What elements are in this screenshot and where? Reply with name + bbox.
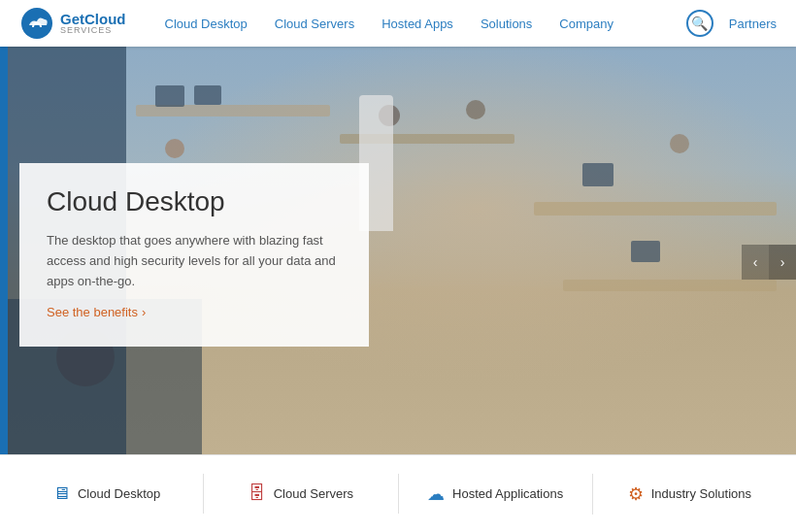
logo-sub-text: SERVICES: [60, 26, 126, 35]
bottom-label-hosted-apps: Hosted Applications: [452, 486, 563, 501]
bottom-item-cloud-servers[interactable]: 🗄 Cloud Servers: [204, 474, 398, 514]
hero-section: Cloud Desktop The desktop that goes anyw…: [0, 47, 796, 454]
monitor-decor-2: [194, 85, 221, 105]
main-nav: Cloud Desktop Cloud Servers Hosted Apps …: [165, 17, 686, 31]
bottom-label-cloud-desktop: Cloud Desktop: [78, 486, 160, 501]
carousel-arrows: ‹ ›: [742, 245, 796, 280]
desk-decor-4: [563, 280, 777, 291]
hero-cta-link[interactable]: See the benefits ›: [47, 305, 342, 319]
partners-link[interactable]: Partners: [729, 17, 777, 31]
logo[interactable]: GetCloud SERVICES: [19, 6, 126, 41]
hero-title: Cloud Desktop: [47, 186, 342, 217]
bottom-item-cloud-desktop[interactable]: 🖥 Cloud Desktop: [10, 474, 204, 514]
nav-item-solutions[interactable]: Solutions: [481, 17, 532, 31]
search-icon: 🔍: [691, 16, 708, 31]
prev-arrow[interactable]: ‹: [742, 245, 769, 280]
accent-bar: [0, 47, 8, 454]
person-1: [165, 139, 184, 158]
cloud-icon: ☁: [427, 483, 445, 505]
hero-overlay: Cloud Desktop The desktop that goes anyw…: [19, 163, 369, 347]
nav-item-cloud-desktop[interactable]: Cloud Desktop: [165, 17, 248, 31]
bottom-item-industry-solutions[interactable]: ⚙ Industry Solutions: [593, 474, 786, 515]
person-3: [466, 100, 485, 119]
person-4: [670, 134, 689, 153]
hero-cta-label: See the benefits: [47, 305, 138, 319]
next-arrow-icon: ›: [780, 254, 785, 270]
monitor-decor-3: [582, 163, 614, 186]
next-arrow[interactable]: ›: [769, 245, 796, 280]
prev-arrow-icon: ‹: [753, 254, 758, 270]
desk-decor-3: [534, 202, 777, 216]
nav-item-company[interactable]: Company: [559, 17, 614, 31]
logo-icon: [19, 6, 54, 41]
hero-description: The desktop that goes anywhere with blaz…: [47, 231, 342, 291]
monitor-decor-4: [631, 241, 660, 262]
bottom-label-industry-solutions: Industry Solutions: [651, 486, 751, 501]
bottom-bar: 🖥 Cloud Desktop 🗄 Cloud Servers ☁ Hosted…: [0, 454, 796, 532]
logo-main-text: GetCloud: [60, 12, 126, 26]
server-icon: 🗄: [249, 483, 266, 504]
monitor-icon: 🖥: [52, 483, 70, 504]
logo-text: GetCloud SERVICES: [60, 12, 126, 35]
header: GetCloud SERVICES Cloud Desktop Cloud Se…: [0, 0, 796, 47]
hero-cta-arrow: ›: [142, 305, 146, 319]
bottom-label-cloud-servers: Cloud Servers: [274, 486, 353, 501]
bottom-item-hosted-apps[interactable]: ☁ Hosted Applications: [399, 474, 593, 515]
gear-icon: ⚙: [628, 483, 644, 505]
header-right: 🔍 Partners: [686, 10, 777, 37]
search-button[interactable]: 🔍: [686, 10, 713, 37]
nav-item-cloud-servers[interactable]: Cloud Servers: [275, 17, 354, 31]
nav-item-hosted-apps[interactable]: Hosted Apps: [381, 17, 453, 31]
monitor-decor-1: [155, 85, 184, 107]
